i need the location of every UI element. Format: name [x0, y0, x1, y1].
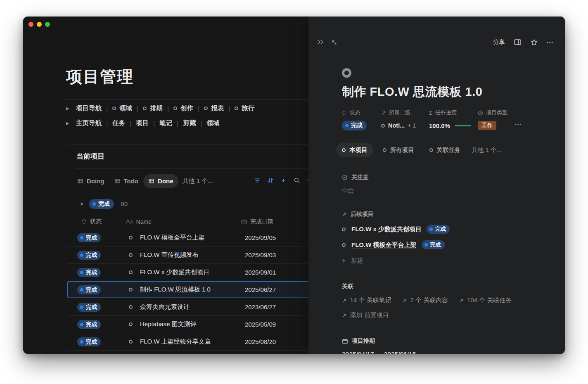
view-tab-doing[interactable]: Doing	[72, 174, 109, 188]
name-cell[interactable]: FLO.W 宣传视频发布	[122, 247, 238, 263]
page-ring-icon	[129, 322, 133, 326]
focus-property-label[interactable]: 关注度	[342, 174, 550, 181]
column-header-name[interactable]: Aa Name	[122, 218, 238, 225]
status-label: 完成	[86, 338, 97, 346]
status-cell[interactable]: 完成	[67, 247, 122, 263]
name-cell[interactable]: 众筹页面元素设计	[122, 299, 238, 315]
status-cell[interactable]: 完成	[67, 229, 122, 246]
nav-link-domain[interactable]: 领域	[119, 104, 132, 113]
view-tab-todo[interactable]: Todo	[109, 174, 144, 188]
status-cell[interactable]: 完成	[67, 281, 122, 298]
view-tab-done[interactable]: Done	[143, 174, 178, 188]
page-ring-icon	[129, 305, 133, 309]
status-property-icon	[342, 110, 347, 115]
status-cell[interactable]: 完成	[67, 333, 122, 350]
focus-empty-value[interactable]: 空白	[342, 187, 550, 195]
relation-links: ↗ 14 个 关联笔记 ↗ 2 个 关联内容 ↗ 104 个 关联任务	[342, 296, 550, 304]
nav-link-projects[interactable]: 项目	[136, 119, 149, 128]
nav-link-tasks[interactable]: 任务	[112, 119, 125, 128]
group-status-pill[interactable]: 完成	[89, 199, 114, 209]
section-label-text: 项目排期	[352, 337, 375, 345]
row-date: 2025/09/01	[245, 269, 276, 276]
toggle-open-icon[interactable]: ▼	[80, 202, 84, 206]
separator: |	[177, 120, 178, 127]
nav-link-schedule[interactable]: 排期	[150, 104, 163, 113]
status-property-icon	[81, 219, 87, 224]
page-icon-ring[interactable]	[342, 68, 351, 78]
followup-item[interactable]: FLO.W x 少数派共创项目 完成	[342, 225, 550, 234]
separator: |	[200, 120, 202, 127]
relation-page-link[interactable]: Noti...	[388, 122, 405, 129]
peek-tabs: 本项目 所有项目 关联任务 其他 1 个...	[336, 143, 550, 157]
row-title: FLO.W 上架经验分享文章	[140, 338, 211, 346]
tabs-more[interactable]: 其他 1 个...	[470, 143, 503, 157]
schedule-label[interactable]: 项目排期	[342, 337, 550, 345]
property-parent-label[interactable]: ↗ 所属二级...	[381, 109, 429, 116]
new-followup-button[interactable]: + 新建	[342, 257, 550, 265]
search-icon[interactable]	[293, 177, 300, 184]
name-cell[interactable]: 制作 FLO.W 思流模板 1.0	[122, 281, 238, 298]
followups-label[interactable]: ↗ 后续项目	[342, 211, 550, 218]
row-title: 制作 FLO.W 思流模板 1.0	[140, 286, 211, 294]
property-status-value[interactable]: 完成	[342, 121, 381, 130]
property-status-label[interactable]: 状态	[342, 109, 381, 116]
related-content-link[interactable]: ↗ 2 个 关联内容	[402, 296, 448, 304]
app-window: 项目管理 ▶ 项目导航 | 领域 | 排期 | 创作 | 报表 | 旅行 ▶ 主…	[23, 17, 565, 354]
property-parent-value[interactable]: Noti... + 1	[381, 121, 429, 130]
tab-all-projects[interactable]: 所有项目	[377, 143, 420, 157]
nav-link-clips[interactable]: 剪藏	[183, 119, 196, 128]
filter-icon[interactable]	[254, 177, 261, 184]
tab-this-project[interactable]: 本项目	[336, 143, 373, 157]
name-cell[interactable]: Heptabase 图文测评	[122, 316, 238, 333]
close-peek-chevrons-icon[interactable]	[317, 39, 324, 45]
tab-related-tasks[interactable]: 关联任务	[424, 143, 467, 157]
nav-link-notes[interactable]: 笔记	[159, 119, 172, 128]
zoom-window-button[interactable]	[45, 22, 50, 27]
close-window-button[interactable]	[28, 22, 33, 27]
status-cell[interactable]: 完成	[67, 264, 122, 281]
toggle-closed-icon[interactable]: ▶	[66, 106, 76, 111]
status-cell[interactable]: 完成	[67, 316, 122, 333]
status-cell[interactable]: 完成	[67, 299, 122, 315]
view-tabs-more[interactable]: 其他 1 个...	[178, 174, 217, 188]
minimize-window-button[interactable]	[37, 22, 42, 27]
toggle-closed-icon[interactable]: ▶	[66, 121, 76, 126]
open-full-page-icon[interactable]	[331, 39, 337, 45]
nav-link-home-navigation[interactable]: 主页导航	[76, 119, 102, 128]
status-label: 完成	[86, 269, 97, 276]
relation-extra-count: + 1	[408, 122, 416, 129]
name-cell[interactable]: FLO.W 上架经验分享文章	[122, 333, 238, 350]
related-notes-link[interactable]: ↗ 14 个 关联笔记	[342, 296, 391, 304]
property-type-value[interactable]: 工作	[478, 121, 550, 130]
select-tag-work[interactable]: 工作	[478, 121, 496, 130]
nav-link-report[interactable]: 报表	[211, 104, 224, 113]
nav-link-project-navigation[interactable]: 项目导航	[76, 104, 102, 113]
related-tasks-link[interactable]: ↗ 104 个 关联任务	[459, 296, 512, 304]
name-cell[interactable]: FLO.W 模板全平台上架	[122, 229, 238, 246]
section-followups: ↗ 后续项目 FLO.W x 少数派共创项目 完成 FLO.W 模板全平台上架 …	[342, 211, 550, 265]
add-predecessor-button[interactable]: ↗ 添加 前置项目	[342, 311, 550, 319]
property-type-label[interactable]: 项目类型	[478, 109, 550, 116]
name-cell[interactable]: FLO.W x 少数派共创项目	[122, 264, 238, 281]
column-header-status[interactable]: 状态	[67, 218, 122, 225]
automation-bolt-icon[interactable]	[280, 177, 287, 184]
nav-link-domain2[interactable]: 领域	[206, 119, 219, 128]
nav-link-creation[interactable]: 创作	[180, 104, 193, 113]
more-properties-icon[interactable]: •••	[515, 122, 522, 127]
page-ring-icon	[383, 148, 386, 152]
property-label-text: 所属二级...	[389, 109, 415, 116]
sort-icon[interactable]	[267, 177, 274, 184]
rollup-sigma-icon: Σ	[429, 110, 432, 116]
row-date: 2025/09/03	[245, 251, 276, 258]
property-progress-label[interactable]: Σ 任务进度	[429, 109, 478, 116]
property-progress-value[interactable]: 100.0%	[429, 121, 478, 130]
followup-page-link[interactable]: FLO.W 模板全平台上架	[351, 241, 417, 249]
status-label: 完成	[435, 225, 446, 233]
separator: |	[106, 105, 108, 112]
desktop-background: 项目管理 ▶ 项目导航 | 领域 | 排期 | 创作 | 报表 | 旅行 ▶ 主…	[0, 0, 588, 384]
schedule-date-range[interactable]: 2025/04/17 → 2025/06/15	[342, 351, 550, 354]
nav-link-travel[interactable]: 旅行	[242, 104, 254, 113]
followup-page-link[interactable]: FLO.W x 少数派共创项目	[351, 225, 422, 233]
page-ring-icon	[381, 124, 385, 128]
followup-item[interactable]: FLO.W 模板全平台上架 完成	[342, 240, 550, 249]
